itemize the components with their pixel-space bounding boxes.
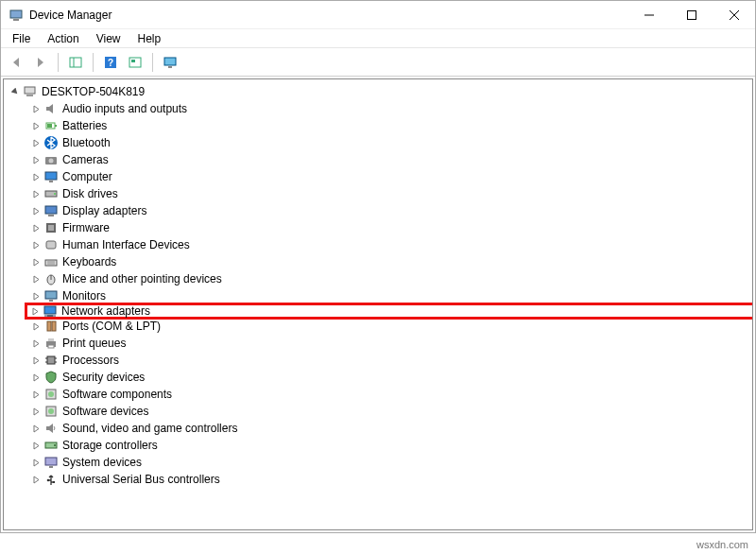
tree-item[interactable]: Human Interface Devices [28, 236, 752, 253]
display-icon [43, 203, 59, 218]
cpu-icon [43, 353, 59, 368]
port-icon [43, 319, 59, 334]
menu-view[interactable]: View [89, 30, 129, 47]
disk-icon [43, 186, 59, 201]
show-hide-console-button[interactable] [64, 51, 87, 74]
tree-item-label: Security devices [62, 371, 145, 384]
svg-rect-37 [49, 300, 53, 302]
monitor-button[interactable] [159, 51, 181, 74]
svg-rect-1 [13, 19, 19, 21]
expander-icon[interactable] [30, 320, 42, 332]
tree-item[interactable]: Software components [28, 386, 752, 403]
svg-rect-26 [45, 206, 57, 214]
tree-item[interactable]: Print queues [28, 335, 752, 352]
tree-item-label: Audio inputs and outputs [62, 102, 187, 115]
expander-icon[interactable] [30, 338, 42, 349]
device-manager-window: Device Manager File Action View Help [0, 0, 756, 533]
tree-item[interactable]: Sound, video and game controllers [28, 420, 752, 437]
tree-item[interactable]: Ports (COM & LPT) [28, 318, 752, 335]
tree-item[interactable]: Software devices [28, 403, 752, 420]
svg-point-56 [54, 444, 56, 446]
tree-item[interactable]: Batteries [28, 117, 752, 134]
tree-item[interactable]: Disk drives [28, 185, 752, 202]
tree-root-label: DESKTOP-504K819 [42, 85, 145, 98]
close-button[interactable] [713, 1, 755, 28]
expander-icon[interactable] [30, 137, 42, 148]
expander-icon[interactable] [30, 273, 42, 285]
expander-icon[interactable] [30, 423, 42, 434]
tree-item[interactable]: Processors [28, 352, 752, 369]
expander-icon[interactable] [30, 256, 42, 268]
tree-item-label: Computer [62, 170, 112, 183]
expander-icon[interactable] [30, 239, 42, 251]
tree-item[interactable]: Audio inputs and outputs [28, 100, 752, 117]
tree-item[interactable]: Security devices [28, 369, 752, 386]
tree-root-node[interactable]: DESKTOP-504K819 [8, 83, 752, 100]
forward-button[interactable] [29, 51, 52, 74]
svg-rect-3 [687, 10, 696, 19]
tree-item[interactable]: Universal Serial Bus controllers [28, 471, 752, 488]
tree-item[interactable]: Cameras [28, 151, 752, 168]
expander-icon[interactable] [30, 103, 42, 114]
svg-rect-31 [45, 260, 57, 266]
expander-icon[interactable] [30, 355, 42, 366]
expander-icon[interactable] [30, 290, 42, 302]
titlebar[interactable]: Device Manager [1, 1, 755, 29]
svg-rect-22 [45, 172, 57, 180]
tree-item-label: Network adapters [61, 304, 150, 318]
printer-icon [43, 336, 59, 351]
toolbar: ? [1, 48, 755, 77]
expander-icon[interactable] [30, 120, 42, 131]
expander-icon[interactable] [30, 372, 42, 383]
software-icon [43, 404, 59, 419]
svg-rect-6 [70, 58, 81, 67]
tree-item[interactable]: Storage controllers [28, 437, 752, 454]
tree-item-label: Cameras [62, 153, 109, 166]
menu-action[interactable]: Action [40, 30, 86, 47]
expander-icon[interactable] [29, 305, 41, 317]
expander-icon[interactable] [30, 171, 42, 182]
tree-item[interactable]: Firmware [28, 219, 752, 236]
mouse-icon [43, 271, 59, 286]
svg-rect-60 [53, 481, 55, 483]
menu-file[interactable]: File [5, 30, 38, 47]
tree-item[interactable]: Bluetooth [28, 134, 752, 151]
tree-item[interactable]: System devices [28, 454, 752, 471]
svg-point-52 [48, 391, 54, 397]
help-button[interactable]: ? [99, 51, 122, 74]
minimize-button[interactable] [627, 1, 670, 28]
expander-icon[interactable] [30, 440, 42, 451]
storage-icon [43, 438, 59, 453]
svg-rect-27 [48, 215, 54, 216]
expander-icon[interactable] [30, 406, 42, 417]
svg-rect-42 [52, 321, 56, 331]
scan-hardware-button[interactable] [124, 51, 146, 74]
expander-icon[interactable] [9, 86, 21, 97]
toolbar-separator [152, 53, 153, 72]
menu-help[interactable]: Help [130, 30, 169, 47]
monitor-icon [43, 288, 59, 303]
expander-icon[interactable] [30, 474, 42, 485]
toolbar-separator [58, 53, 59, 72]
svg-rect-36 [45, 291, 57, 299]
back-button[interactable] [5, 51, 27, 74]
expander-icon[interactable] [30, 222, 42, 234]
expander-icon[interactable] [30, 188, 42, 199]
tree-item[interactable]: Keyboards [28, 253, 752, 270]
tree-item-label: Firmware [62, 221, 110, 234]
svg-rect-45 [48, 345, 54, 348]
tree-item-label: System devices [62, 456, 142, 469]
maximize-button[interactable] [670, 1, 713, 28]
tree-item-label: Keyboards [62, 255, 116, 268]
system-icon [43, 455, 59, 470]
computer-icon [43, 169, 59, 184]
tree-content[interactable]: DESKTOP-504K819 Audio inputs and outputs… [3, 78, 753, 530]
svg-rect-15 [26, 95, 33, 96]
expander-icon[interactable] [30, 205, 42, 216]
expander-icon[interactable] [30, 457, 42, 468]
expander-icon[interactable] [30, 154, 42, 165]
tree-item[interactable]: Mice and other pointing devices [28, 270, 752, 287]
tree-item[interactable]: Computer [28, 168, 752, 185]
tree-item[interactable]: Display adapters [28, 202, 752, 219]
expander-icon[interactable] [30, 389, 42, 400]
